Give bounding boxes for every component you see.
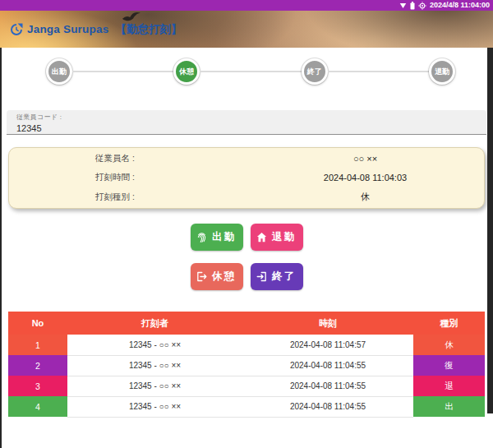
employee-code-input[interactable]: [16, 122, 468, 134]
bird-silhouette: [122, 12, 141, 26]
row-no-cell: 1: [8, 335, 67, 355]
row-user-cell: 12345 - ○○ ××: [67, 335, 242, 355]
row-type-cell: 復: [413, 355, 485, 376]
app-title: Janga Surupas: [27, 23, 108, 35]
row-type-cell: 退: [413, 376, 485, 396]
table-row: 112345 - ○○ ××2024-04-08 11:04:57休: [8, 335, 485, 355]
button-label: 終了: [272, 270, 296, 284]
row-user-cell: 12345 - ○○ ××: [67, 376, 242, 396]
header-type: 種別: [413, 312, 485, 335]
step-connector: [328, 71, 429, 72]
punch-stepper: 出勤 休憩 終了 退勤: [0, 48, 493, 101]
wifi-icon: [399, 2, 407, 9]
fingerprint-icon: [196, 231, 208, 243]
step-taikin[interactable]: 退勤: [429, 58, 455, 85]
row-user-cell: 12345 - ○○ ××: [67, 355, 242, 376]
window-left-border: [0, 48, 2, 448]
row-no-cell: 2: [8, 355, 67, 376]
clock-logo-icon: [9, 22, 24, 37]
row-user-cell: 12345 - ○○ ××: [67, 396, 242, 417]
row-type-cell: 出: [413, 396, 485, 417]
button-label: 出勤: [212, 230, 236, 244]
employee-code-label: 従業員コード :: [16, 113, 486, 122]
punch-type-value: 休: [246, 191, 484, 203]
row-time-cell: 2024-04-08 11:04:55: [242, 355, 413, 376]
login-icon: [256, 270, 268, 283]
step-connector: [72, 71, 173, 72]
location-icon: [418, 2, 426, 10]
step-label: 休憩: [179, 67, 194, 77]
clock-in-button[interactable]: 出勤: [191, 224, 243, 251]
header-user: 打刻者: [67, 312, 242, 335]
step-shukkin[interactable]: 出勤: [46, 58, 72, 85]
button-label: 休憩: [212, 270, 236, 284]
end-button[interactable]: 終了: [251, 263, 303, 290]
punch-type-label: 打刻種別 :: [9, 192, 246, 203]
header-time: 時刻: [242, 312, 413, 335]
logout-icon: [196, 270, 208, 283]
info-row: 打刻時間 : 2024-04-08 11:04:03: [9, 170, 484, 185]
step-connector: [200, 71, 301, 72]
employee-name-value: ○○ ××: [246, 154, 484, 164]
punch-log-table: No 打刻者 時刻 種別 112345 - ○○ ××2024-04-08 11…: [8, 312, 485, 418]
header-no: No: [8, 312, 67, 335]
table-row: 212345 - ○○ ××2024-04-08 11:04:55復: [8, 355, 485, 376]
step-label: 出勤: [52, 67, 67, 77]
step-kyukei[interactable]: 休憩: [173, 58, 200, 85]
step-label: 退勤: [435, 67, 449, 77]
punch-time-value: 2024-04-08 11:04:03: [246, 173, 484, 182]
home-icon: [256, 231, 268, 243]
row-type-cell: 休: [413, 335, 485, 355]
button-label: 退勤: [272, 230, 296, 244]
window-right-border: [487, 48, 493, 413]
info-row: 打刻種別 : 休: [9, 190, 484, 205]
table-body: 112345 - ○○ ××2024-04-08 11:04:57休212345…: [8, 335, 485, 417]
row-time-cell: 2024-04-08 11:04:57: [242, 335, 413, 355]
info-row: 従業員名 : ○○ ××: [9, 151, 484, 166]
punch-info-panel: 従業員名 : ○○ ×× 打刻時間 : 2024-04-08 11:04:03 …: [8, 147, 485, 209]
punch-time-label: 打刻時間 :: [9, 172, 246, 183]
status-bar: 2024/4/8 11:04:00: [0, 0, 493, 11]
break-button[interactable]: 休憩: [191, 263, 243, 290]
step-shuryo[interactable]: 終了: [302, 58, 328, 85]
table-header-row: No 打刻者 時刻 種別: [8, 312, 485, 335]
row-no-cell: 4: [8, 396, 67, 417]
row-time-cell: 2024-04-08 11:04:55: [242, 396, 413, 417]
clock-out-button[interactable]: 退勤: [251, 224, 303, 251]
status-bar-time: 2024/4/8 11:04:00: [430, 0, 490, 11]
step-label: 終了: [307, 67, 322, 77]
employee-code-field[interactable]: 従業員コード :: [7, 110, 486, 135]
row-time-cell: 2024-04-08 11:04:55: [242, 376, 413, 396]
employee-name-label: 従業員名 :: [9, 153, 246, 164]
row-no-cell: 3: [8, 376, 67, 396]
table-row: 312345 - ○○ ××2024-04-08 11:04:55退: [8, 376, 485, 396]
battery-icon: [410, 2, 415, 10]
punch-button-grid: 出勤 退勤 休憩 終了: [0, 224, 493, 290]
app-logo: Janga Surupas 【勤怠打刻】: [9, 22, 182, 37]
app-header: Janga Surupas 【勤怠打刻】: [0, 11, 493, 48]
table-row: 412345 - ○○ ××2024-04-08 11:04:55出: [8, 396, 485, 417]
